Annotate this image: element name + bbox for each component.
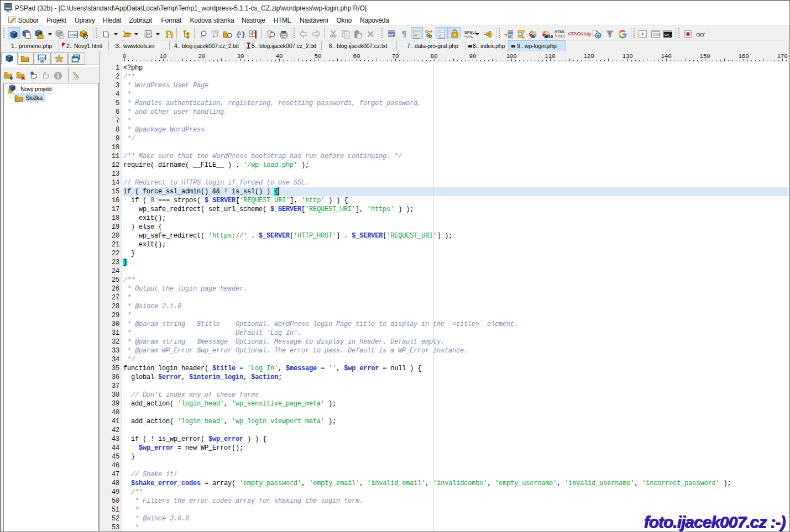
svg-text:+: + (239, 31, 242, 37)
svg-text:A: A (211, 30, 213, 33)
svg-text:3: 3 (439, 35, 441, 39)
svg-text:Z: Z (217, 30, 219, 33)
svg-text:FTP: FTP (40, 56, 46, 60)
svg-text:1010: 1010 (653, 33, 661, 36)
svg-text:T: T (608, 30, 611, 36)
svg-text:C++: C++ (425, 30, 432, 34)
svg-text:C:\_: C:\_ (665, 33, 671, 36)
